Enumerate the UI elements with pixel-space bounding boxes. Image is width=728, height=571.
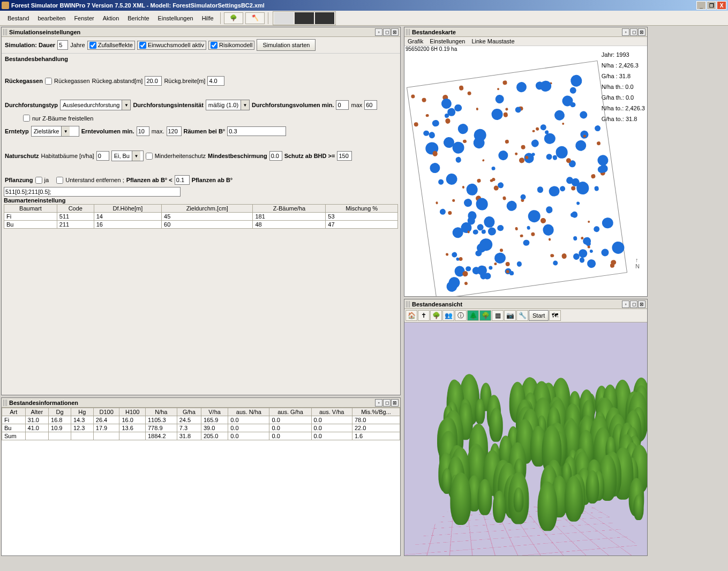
table-row[interactable]: Bu41.010.912.317.913.6778.97.339.00.00.0… <box>2 424 400 432</box>
view-btn-3[interactable] <box>315 12 334 24</box>
ernte-volmin-input[interactable] <box>137 126 149 136</box>
tree-tool-icon[interactable]: 🌳 <box>224 12 243 24</box>
col-header: Dg <box>49 408 71 416</box>
table-row[interactable]: Bu21116604847 <box>4 221 398 229</box>
home-icon[interactable]: 🏠 <box>406 310 417 321</box>
table-row[interactable]: Fi511144518153 <box>4 213 398 221</box>
panel-min-icon[interactable]: ▫ <box>375 28 382 36</box>
schutz-input[interactable] <box>337 151 352 161</box>
info-icon[interactable]: ⓘ <box>455 310 467 321</box>
unterstand-label: Unterstand entfernen ; <box>65 177 124 183</box>
map-menu-einstellungen[interactable]: Einstellungen <box>430 38 465 44</box>
minder-checkbox[interactable] <box>146 153 153 160</box>
ja-checkbox[interactable] <box>35 177 42 184</box>
stat-line: Jahr: 1993 <box>602 49 645 60</box>
grid-icon[interactable]: ▦ <box>492 310 504 321</box>
panel-max-icon[interactable]: ◻ <box>383 28 391 36</box>
view3d-start-button[interactable]: Start <box>529 310 549 321</box>
green-icon[interactable]: 🌲 <box>467 310 479 321</box>
menu-aktion[interactable]: Aktion <box>99 13 124 24</box>
plot-id-label: 95650200 6H 0.19 ha <box>406 46 457 52</box>
ernte-max-label: max. <box>152 128 164 134</box>
menu-bestand[interactable]: Bestand <box>3 13 33 24</box>
stand-map-panel: Bestandeskarte ▫ ◻ ⊠ Grafik Einstellunge… <box>404 27 648 297</box>
pflanzab-input[interactable] <box>175 175 190 185</box>
df-vol-max-input[interactable] <box>364 100 377 110</box>
duration-input[interactable] <box>57 40 68 50</box>
close-button[interactable]: X <box>717 1 726 10</box>
ruecke-checkbox[interactable] <box>45 78 52 85</box>
panel-max-icon[interactable]: ◻ <box>630 28 637 36</box>
raeumen-input[interactable] <box>227 126 286 136</box>
risiko-checkbox[interactable] <box>211 42 217 49</box>
start-simulation-button[interactable]: Simulation starten <box>257 39 316 51</box>
df-int-label: Durchforstungsintensität <box>133 102 203 108</box>
view-btn-2[interactable] <box>295 12 314 24</box>
panel-close-icon[interactable]: ⊠ <box>391 28 399 36</box>
minimize-button[interactable]: _ <box>696 1 706 10</box>
panel-title: Bestandesinformationen <box>9 400 374 406</box>
menu-berichte[interactable]: Berichte <box>123 13 153 24</box>
people-icon[interactable]: 👥 <box>442 310 454 321</box>
ruecke-abst-input[interactable] <box>145 76 162 86</box>
view3d-canvas[interactable] <box>404 322 647 555</box>
nurz-checkbox[interactable] <box>23 115 30 122</box>
panel-close-icon[interactable]: ⊠ <box>391 399 399 407</box>
nurz-label: nur Z-Bäume freistellen <box>32 115 93 122</box>
df-typ-label: Durchforstungstyp <box>5 102 58 108</box>
menu-fenster[interactable]: Fenster <box>70 13 98 24</box>
ruecke-chk-label: Rückegassen <box>54 78 90 84</box>
panel-min-icon[interactable]: ▫ <box>622 300 629 308</box>
pflanz-string-input[interactable] <box>4 187 181 197</box>
ernte-volmax-input[interactable] <box>167 126 182 136</box>
species-table: BaumartCodeDf.Höhe[m]Zieldurchm.[cm]Z-Bä… <box>4 204 398 229</box>
menu-hilfe[interactable]: Hilfe <box>198 13 218 24</box>
axe-tool-icon[interactable]: 🪓 <box>245 12 265 24</box>
cross-icon[interactable]: ✝ <box>418 310 430 321</box>
unterstand-checkbox[interactable] <box>56 177 63 184</box>
panel-close-icon[interactable]: ⊠ <box>638 28 646 36</box>
chevron-down-icon: ▼ <box>122 100 130 110</box>
menu-einstellungen[interactable]: Einstellungen <box>154 13 198 24</box>
map-icon[interactable]: 🗺 <box>549 310 561 321</box>
col-header: V/ha <box>201 408 228 416</box>
einwuchs-checkbox[interactable] <box>139 42 146 49</box>
pflanzab-label: Pflanzen ab B° < <box>126 177 172 183</box>
panel-max-icon[interactable]: ◻ <box>630 300 637 308</box>
df-vol-min-input[interactable] <box>336 100 349 110</box>
panel-max-icon[interactable]: ◻ <box>383 399 391 407</box>
panel-min-icon[interactable]: ▫ <box>375 399 382 407</box>
panel-close-icon[interactable]: ⊠ <box>638 300 646 308</box>
ernte-select[interactable]: Zielstärke▼ <box>31 126 79 137</box>
zufall-checkbox[interactable] <box>89 42 96 49</box>
species-select[interactable]: Ei, Bu▼ <box>111 151 144 161</box>
view3d-toolbar: 🏠 ✝ 🌳 👥 ⓘ 🌲 🌳 ▦ 📷 🔧 Start 🗺 <box>404 309 647 322</box>
map-menu-linke-maustaste[interactable]: Linke Maustaste <box>471 38 514 44</box>
ruecke-abst-label: Rückeg.abstand[m] <box>92 78 143 84</box>
table-row[interactable]: Sum1884.231.8205.00.00.00.01.6 <box>2 432 400 440</box>
green2-icon[interactable]: 🌳 <box>479 310 491 321</box>
habitat-label: Habitatbäume [n/ha] <box>41 153 94 159</box>
wrench-icon[interactable]: 🔧 <box>516 310 528 321</box>
view-btn-1[interactable] <box>274 12 294 24</box>
table-row[interactable]: Fi31.016.814.326.416.01105.324.5165.90.0… <box>2 416 400 424</box>
df-typ-select[interactable]: Auslesedurchforstung▼ <box>60 100 131 110</box>
col-header: H100 <box>119 408 146 416</box>
chevron-down-icon: ▼ <box>132 151 140 161</box>
tree-icon[interactable]: 🌳 <box>430 310 442 321</box>
simulation-label: Simulation: Dauer <box>5 42 55 48</box>
habitat-input[interactable] <box>96 151 109 161</box>
camera-icon[interactable]: 📷 <box>504 310 516 321</box>
pflanzab2-label: Pflanzen ab B° <box>192 177 233 183</box>
col-header: aus. V/ha <box>311 408 352 416</box>
map-menu-grafik[interactable]: Grafik <box>408 38 423 44</box>
maximize-button[interactable]: ❐ <box>707 1 716 10</box>
window-titlebar: Forest Simulator BWINPro 7 Version 7.5.2… <box>0 0 728 11</box>
menu-bearbeiten[interactable]: bearbeiten <box>33 13 70 24</box>
panel-min-icon[interactable]: ▫ <box>622 28 629 36</box>
years-label: Jahre <box>70 42 85 48</box>
df-int-select[interactable]: mäßig (1.0)▼ <box>206 100 250 110</box>
ruecke-breite-input[interactable] <box>207 76 224 86</box>
map-canvas[interactable]: 95650200 6H 0.19 ha Jahr: 1993N/ha : 2,4… <box>404 46 647 296</box>
mindest-input[interactable] <box>269 151 282 161</box>
